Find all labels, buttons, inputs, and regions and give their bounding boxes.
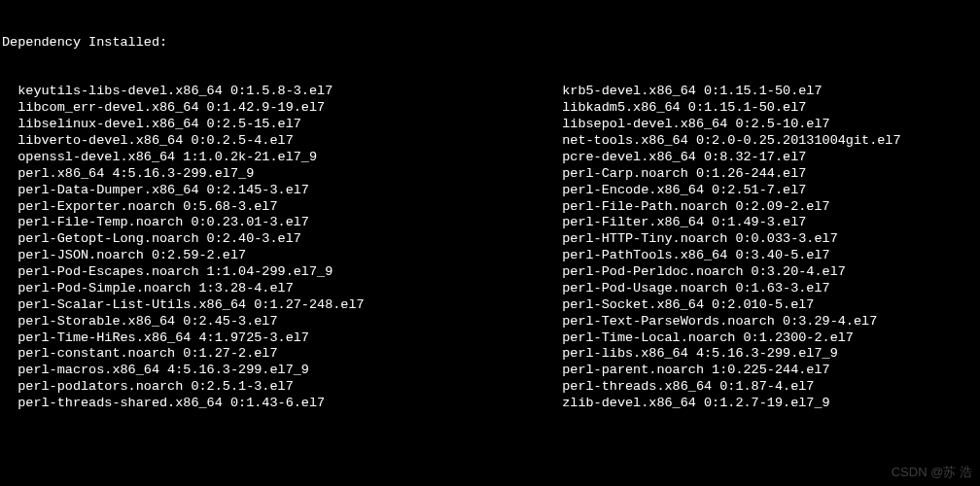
installed-pkg-left: libverto-devel.x86_64 0:0.2.5-4.el7	[2, 133, 562, 150]
installed-pkg-right: perl-threads.x86_64 0:1.87-4.el7	[562, 379, 814, 396]
installed-pkg-right: perl-File-Path.noarch 0:2.09-2.el7	[562, 199, 829, 216]
installed-row: libselinux-devel.x86_64 0:2.5-15.el7libs…	[2, 117, 980, 133]
installed-pkg-left: perl.x86_64 4:5.16.3-299.el7_9	[2, 166, 562, 183]
installed-pkg-left: libselinux-devel.x86_64 0:2.5-15.el7	[2, 117, 562, 133]
installed-pkg-right: perl-HTTP-Tiny.noarch 0:0.033-3.el7	[562, 231, 838, 248]
installed-pkg-left: perl-Data-Dumper.x86_64 0:2.145-3.el7	[2, 183, 562, 199]
dependency-installed-header: Dependency Installed:	[2, 35, 980, 52]
installed-row: openssl-devel.x86_64 1:1.0.2k-21.el7_9pc…	[2, 150, 980, 166]
installed-row: libcom_err-devel.x86_64 0:1.42.9-19.el7l…	[2, 100, 980, 117]
installed-pkg-right: pcre-devel.x86_64 0:8.32-17.el7	[562, 150, 806, 166]
installed-row: perl-Exporter.noarch 0:5.68-3.el7perl-Fi…	[2, 199, 980, 216]
installed-pkg-left: perl-Time-HiRes.x86_64 4:1.9725-3.el7	[2, 330, 562, 347]
installed-pkg-left: perl-Pod-Escapes.noarch 1:1.04-299.el7_9	[2, 264, 562, 281]
installed-row: perl-Time-HiRes.x86_64 4:1.9725-3.el7per…	[2, 330, 980, 347]
installed-pkg-left: perl-JSON.noarch 0:2.59-2.el7	[2, 248, 562, 264]
installed-row: perl-Getopt-Long.noarch 0:2.40-3.el7perl…	[2, 231, 980, 248]
installed-pkg-left: libcom_err-devel.x86_64 0:1.42.9-19.el7	[2, 100, 562, 117]
installed-pkg-right: perl-Pod-Perldoc.noarch 0:3.20-4.el7	[562, 264, 846, 281]
installed-row: perl-podlators.noarch 0:2.5.1-3.el7perl-…	[2, 379, 980, 396]
installed-pkg-left: perl-threads-shared.x86_64 0:1.43-6.el7	[2, 396, 562, 412]
installed-pkg-right: net-tools.x86_64 0:2.0-0.25.20131004git.…	[562, 133, 900, 150]
installed-pkg-right: perl-Encode.x86_64 0:2.51-7.el7	[562, 183, 806, 199]
installed-row: perl-Scalar-List-Utils.x86_64 0:1.27-248…	[2, 297, 980, 314]
installed-pkg-right: perl-PathTools.x86_64 0:3.40-5.el7	[562, 248, 829, 264]
installed-pkg-right: krb5-devel.x86_64 0:1.15.1-50.el7	[562, 84, 822, 100]
installed-row: perl-Pod-Simple.noarch 1:3.28-4.el7perl-…	[2, 281, 980, 297]
dependency-installed-list: keyutils-libs-devel.x86_64 0:1.5.8-3.el7…	[2, 84, 980, 412]
installed-row: perl-File-Temp.noarch 0:0.23.01-3.el7per…	[2, 215, 980, 231]
installed-pkg-right: perl-Pod-Usage.noarch 0:1.63-3.el7	[562, 281, 829, 297]
installed-row: perl-threads-shared.x86_64 0:1.43-6.el7z…	[2, 396, 980, 412]
installed-row: perl-constant.noarch 0:1.27-2.el7perl-li…	[2, 346, 980, 363]
installed-pkg-right: perl-Time-Local.noarch 0:1.2300-2.el7	[562, 330, 854, 347]
installed-row: perl-Pod-Escapes.noarch 1:1.04-299.el7_9…	[2, 264, 980, 281]
installed-pkg-left: perl-constant.noarch 0:1.27-2.el7	[2, 346, 562, 363]
blank-line	[2, 462, 980, 478]
installed-pkg-right: libkadm5.x86_64 0:1.15.1-50.el7	[562, 100, 806, 117]
installed-pkg-right: perl-Filter.x86_64 0:1.49-3.el7	[562, 215, 806, 231]
installed-row: libverto-devel.x86_64 0:0.2.5-4.el7net-t…	[2, 133, 980, 150]
installed-pkg-left: openssl-devel.x86_64 1:1.0.2k-21.el7_9	[2, 150, 562, 166]
installed-pkg-left: perl-macros.x86_64 4:5.16.3-299.el7_9	[2, 363, 562, 379]
installed-row: keyutils-libs-devel.x86_64 0:1.5.8-3.el7…	[2, 84, 980, 100]
installed-row: perl-Data-Dumper.x86_64 0:2.145-3.el7per…	[2, 183, 980, 199]
terminal-output: Dependency Installed: keyutils-libs-deve…	[0, 0, 980, 486]
installed-row: perl-JSON.noarch 0:2.59-2.el7perl-PathTo…	[2, 248, 980, 264]
installed-pkg-right: perl-Text-ParseWords.noarch 0:3.29-4.el7	[562, 314, 877, 330]
installed-pkg-right: zlib-devel.x86_64 0:1.2.7-19.el7_9	[562, 396, 829, 412]
installed-pkg-left: perl-Storable.x86_64 0:2.45-3.el7	[2, 314, 562, 330]
installed-pkg-left: perl-Getopt-Long.noarch 0:2.40-3.el7	[2, 231, 562, 248]
installed-pkg-left: perl-Pod-Simple.noarch 1:3.28-4.el7	[2, 281, 562, 297]
installed-pkg-right: libsepol-devel.x86_64 0:2.5-10.el7	[562, 117, 829, 133]
installed-row: perl.x86_64 4:5.16.3-299.el7_9perl-Carp.…	[2, 166, 980, 183]
installed-pkg-right: perl-parent.noarch 1:0.225-244.el7	[562, 363, 829, 379]
installed-pkg-right: perl-libs.x86_64 4:5.16.3-299.el7_9	[562, 346, 838, 363]
installed-row: perl-Storable.x86_64 0:2.45-3.el7perl-Te…	[2, 314, 980, 330]
installed-pkg-left: perl-File-Temp.noarch 0:0.23.01-3.el7	[2, 215, 562, 231]
installed-pkg-left: perl-Exporter.noarch 0:5.68-3.el7	[2, 199, 562, 216]
installed-pkg-right: perl-Carp.noarch 0:1.26-244.el7	[562, 166, 806, 183]
installed-pkg-left: perl-podlators.noarch 0:2.5.1-3.el7	[2, 379, 562, 396]
installed-row: perl-macros.x86_64 4:5.16.3-299.el7_9per…	[2, 363, 980, 379]
installed-pkg-left: perl-Scalar-List-Utils.x86_64 0:1.27-248…	[2, 297, 562, 314]
installed-pkg-right: perl-Socket.x86_64 0:2.010-5.el7	[562, 297, 814, 314]
installed-pkg-left: keyutils-libs-devel.x86_64 0:1.5.8-3.el7	[2, 84, 562, 100]
